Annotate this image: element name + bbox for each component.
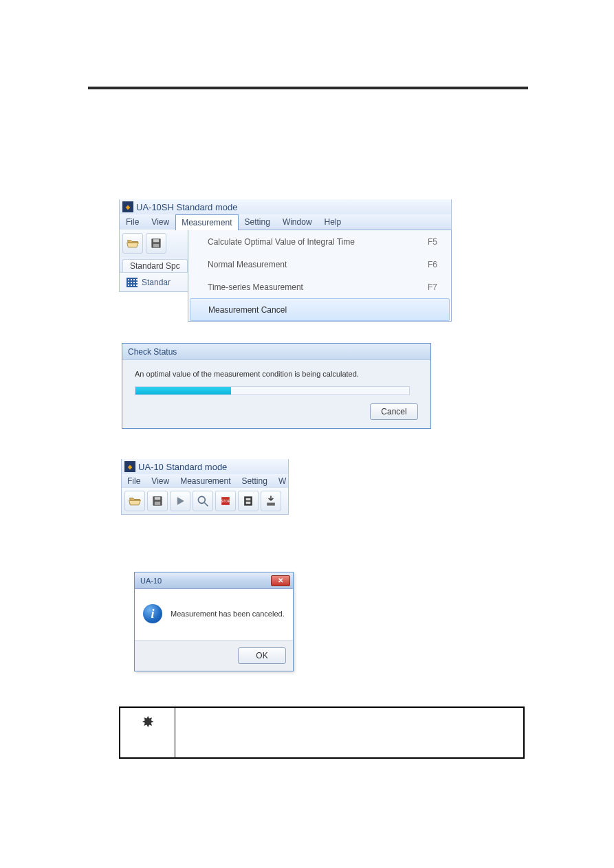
- dd-time-series[interactable]: Time-series Measurement F7: [188, 276, 451, 298]
- app-icon: ◆: [124, 461, 135, 472]
- menubar: File View Measurement Setting W: [122, 474, 288, 488]
- play-button[interactable]: [170, 491, 190, 511]
- menubar: File View Measurement Setting Window Hel…: [120, 214, 451, 230]
- dd-item-label: Measurement Cancel: [208, 305, 287, 315]
- floppy-icon: [151, 494, 164, 508]
- status-message: An optimal value of the measurement cond…: [135, 370, 418, 378]
- film-button[interactable]: [238, 491, 259, 511]
- menu-file[interactable]: File: [122, 474, 146, 488]
- tab-standard-spc[interactable]: Standard Spc: [122, 259, 188, 272]
- titlebar: ◆ UA-10 Standard mode: [122, 459, 288, 474]
- folder-open-icon: [126, 236, 140, 250]
- app-window-ua10: ◆ UA-10 Standard mode File View Measurem…: [121, 459, 289, 515]
- search-button[interactable]: [193, 491, 213, 511]
- dd-item-label: Time-series Measurement: [208, 282, 303, 292]
- grid-icon: [127, 278, 138, 287]
- folder-open-icon: [128, 494, 142, 508]
- measurement-dropdown: Calculate Optimal Value of Integral Time…: [188, 230, 452, 322]
- progress-bar: [135, 386, 410, 395]
- download-icon: [264, 494, 278, 508]
- stop-button[interactable]: STOP: [215, 491, 236, 511]
- open-button[interactable]: [124, 491, 145, 511]
- svg-rect-12: [246, 502, 251, 504]
- message-box: UA-10 ✕ i Measurement has been canceled.…: [134, 572, 294, 671]
- open-button[interactable]: [122, 233, 143, 254]
- sub-toolbar-label: Standar: [142, 278, 171, 287]
- save-button[interactable]: [147, 491, 168, 511]
- dd-calc-optimal[interactable]: Calculate Optimal Value of Integral Time…: [188, 230, 451, 253]
- menu-setting[interactable]: Setting: [239, 214, 276, 230]
- menu-help[interactable]: Help: [318, 214, 348, 230]
- svg-text:STOP: STOP: [221, 499, 230, 503]
- svg-line-7: [205, 503, 208, 507]
- menu-window[interactable]: W: [273, 474, 292, 488]
- dialog-title: UA-10 ✕: [135, 572, 293, 589]
- close-icon: ✕: [278, 577, 283, 584]
- svg-rect-2: [153, 244, 159, 247]
- download-button[interactable]: [261, 491, 281, 511]
- dd-item-shortcut: F6: [428, 260, 451, 269]
- dd-item-label: Normal Measurement: [208, 260, 287, 269]
- menu-file[interactable]: File: [120, 214, 145, 230]
- progress-fill: [135, 387, 231, 394]
- dialog-body: An optimal value of the measurement cond…: [122, 360, 430, 403]
- note-text-cell: [175, 708, 523, 757]
- info-icon: i: [143, 604, 162, 623]
- page-divider: [88, 87, 528, 89]
- window-title: UA-10SH Standard mode: [136, 202, 237, 212]
- menu-measurement[interactable]: Measurement: [175, 474, 236, 488]
- svg-rect-10: [244, 496, 252, 505]
- note-table: ✸: [119, 706, 525, 759]
- dd-item-shortcut: F5: [428, 237, 451, 247]
- note-icon-cell: ✸: [120, 708, 175, 757]
- cancel-button[interactable]: Cancel: [370, 403, 418, 420]
- titlebar: ◆ UA-10SH Standard mode: [120, 199, 451, 214]
- menu-measurement[interactable]: Measurement: [175, 214, 238, 230]
- dialog-body: i Measurement has been canceled.: [135, 589, 293, 640]
- window-title: UA-10 Standard mode: [138, 462, 227, 472]
- svg-rect-1: [153, 239, 159, 242]
- svg-rect-11: [246, 498, 251, 500]
- menu-view[interactable]: View: [146, 474, 175, 488]
- svg-point-6: [198, 496, 205, 503]
- menu-setting[interactable]: Setting: [237, 474, 273, 488]
- dd-item-shortcut: F7: [428, 282, 451, 292]
- dialog-title: Check Status: [122, 344, 430, 360]
- toolbar: STOP: [122, 488, 288, 514]
- dd-measurement-cancel[interactable]: Measurement Cancel: [190, 298, 450, 321]
- save-button[interactable]: [146, 233, 166, 254]
- ok-button[interactable]: OK: [238, 647, 286, 664]
- film-icon: [241, 494, 255, 508]
- app-icon: ◆: [122, 201, 133, 212]
- dialog-title-text: UA-10: [140, 577, 162, 585]
- magnifier-icon: [196, 494, 210, 508]
- dialog-buttons: OK: [135, 640, 293, 671]
- menu-view[interactable]: View: [145, 214, 175, 230]
- svg-rect-13: [267, 503, 275, 506]
- dialog-buttons: Cancel: [122, 403, 430, 428]
- starburst-icon: ✸: [142, 713, 154, 731]
- dd-normal-measurement[interactable]: Normal Measurement F6: [188, 253, 451, 276]
- play-icon: [173, 494, 187, 508]
- check-status-dialog: Check Status An optimal value of the mea…: [122, 343, 431, 429]
- message-text: Measurement has been canceled.: [171, 610, 285, 618]
- floppy-icon: [149, 236, 163, 250]
- stop-icon: STOP: [219, 494, 232, 508]
- svg-rect-5: [155, 502, 160, 505]
- menu-window[interactable]: Window: [276, 214, 318, 230]
- svg-rect-4: [155, 497, 160, 500]
- dd-item-label: Calculate Optimal Value of Integral Time: [208, 237, 355, 247]
- close-button[interactable]: ✕: [271, 575, 290, 586]
- app-window-ua10sh: ◆ UA-10SH Standard mode File View Measur…: [119, 199, 452, 292]
